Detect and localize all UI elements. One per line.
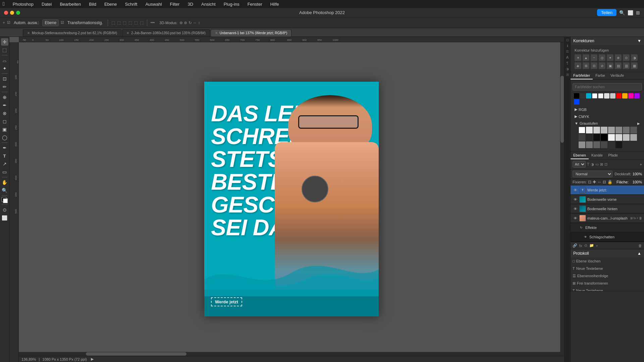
layer-bodenwelle-hinten[interactable]: 👁 Bodenwelle hinten bbox=[571, 204, 644, 214]
layer-filter-dropdown[interactable]: Art bbox=[573, 161, 586, 168]
protokoll-ebene-loeschen[interactable]: □ Ebene löschen bbox=[571, 257, 644, 265]
path-selection-tool[interactable]: ↗ bbox=[1, 160, 8, 168]
selective-icon[interactable]: ▦ bbox=[631, 62, 638, 69]
filter-adjust-icon[interactable]: ◑ bbox=[591, 162, 594, 167]
invert-icon[interactable]: ⊘ bbox=[599, 62, 605, 69]
hand-tool[interactable]: ✋ bbox=[1, 179, 8, 186]
clone-tool[interactable]: ⊗ bbox=[1, 110, 8, 117]
menu-3d[interactable]: 3D bbox=[186, 1, 195, 7]
minimize-button[interactable] bbox=[10, 11, 14, 15]
artwork-canvas[interactable]: DAS LEBEN SCHREIBT STETS DIE BESTEN GESC… bbox=[204, 82, 379, 316]
tab-close-icon[interactable]: ✕ bbox=[27, 31, 30, 35]
channelmixer-icon[interactable]: ⊞ bbox=[583, 62, 589, 69]
tab-farbfelder[interactable]: Farbfelder bbox=[571, 72, 593, 79]
history-icon[interactable]: ⊡ bbox=[566, 38, 569, 42]
tab-close-icon2[interactable]: ✕ bbox=[126, 31, 129, 35]
background-color[interactable] bbox=[3, 198, 8, 203]
layer-add-icon[interactable]: + bbox=[637, 217, 638, 220]
eyedropper-tool[interactable]: ✏ bbox=[1, 83, 8, 90]
link-layers-icon[interactable]: 🔗 bbox=[573, 243, 577, 248]
bw-icon[interactable]: ◑ bbox=[631, 54, 638, 61]
info-icon[interactable]: ℹ bbox=[567, 44, 568, 48]
brightness-icon[interactable]: ☀ bbox=[575, 54, 581, 61]
layer-visibility-toggle-1[interactable]: 👁 bbox=[573, 187, 578, 193]
gswatch-18[interactable] bbox=[586, 141, 593, 148]
swatch-pink[interactable] bbox=[628, 93, 634, 99]
para-icon[interactable]: ¶ bbox=[567, 61, 568, 65]
gswatch-8[interactable] bbox=[630, 127, 637, 133]
fix-artboard-icon[interactable]: ⊟ bbox=[603, 180, 606, 184]
layer-visibility-toggle-2[interactable]: 👁 bbox=[573, 197, 578, 202]
layer-werde-jetzt[interactable]: 👁 T Werde jetzt: bbox=[571, 185, 644, 195]
gswatch-6[interactable] bbox=[615, 127, 622, 133]
selection-tool[interactable]: ⬚ bbox=[1, 46, 8, 54]
protokoll-frei-transformieren[interactable]: ⊞ Frei transformieren bbox=[571, 280, 644, 287]
layers-icon[interactable]: ☰ bbox=[566, 50, 569, 53]
align-left-icon[interactable]: ⬚ bbox=[111, 20, 115, 25]
gradient-tool[interactable]: ▣ bbox=[1, 126, 8, 133]
add-style-icon[interactable]: fx bbox=[579, 244, 582, 248]
colorlookup-icon[interactable]: ⊟ bbox=[591, 62, 597, 69]
werde-jetzt-text[interactable]: Werde jetzt bbox=[211, 297, 242, 306]
swatch-red[interactable] bbox=[616, 93, 622, 99]
swatch-lightgray[interactable] bbox=[604, 93, 609, 99]
color-picker[interactable] bbox=[2, 197, 8, 203]
align-middle-icon[interactable]: ⬚ bbox=[134, 20, 138, 25]
posterize-icon[interactable]: ▣ bbox=[607, 62, 613, 69]
crop-tool[interactable]: ⊡ bbox=[1, 75, 8, 82]
gswatch-13[interactable] bbox=[608, 134, 615, 141]
lasso-tool[interactable]: ⌓ bbox=[1, 57, 8, 64]
protokoll-neue-textebene-2[interactable]: T Neue Textebene bbox=[571, 287, 644, 291]
transform-checkbox[interactable]: ☑ bbox=[61, 20, 64, 25]
gswatch-20[interactable] bbox=[601, 141, 607, 148]
gswatch-14[interactable] bbox=[615, 134, 622, 141]
menu-plugins[interactable]: Plug-ins bbox=[222, 1, 241, 7]
tab-kanaele[interactable]: Kanäle bbox=[589, 152, 605, 159]
auto-select-checkbox[interactable]: ☑ bbox=[7, 20, 10, 25]
tab-farbe[interactable]: Farbe bbox=[593, 72, 608, 79]
blend-mode-dropdown[interactable]: Normal bbox=[573, 171, 612, 177]
filter-smart-icon[interactable]: ⊠ bbox=[600, 162, 603, 167]
quick-mask-tool[interactable]: ⊙ bbox=[1, 206, 8, 214]
horizontal-scrollbar[interactable] bbox=[19, 352, 564, 356]
hue-icon[interactable]: ⊕ bbox=[615, 54, 622, 61]
layer-visibility-toggle-4[interactable]: 👁 bbox=[573, 216, 578, 221]
gswatch-1[interactable] bbox=[579, 127, 585, 133]
vscroll-thumb[interactable] bbox=[560, 76, 564, 143]
gswatch-11[interactable] bbox=[593, 134, 600, 141]
fix-transparent-icon[interactable]: ⊡ bbox=[588, 180, 591, 184]
gswatch-15[interactable] bbox=[623, 134, 630, 141]
frames-icon[interactable]: ⊞ bbox=[566, 73, 569, 76]
werde-jetzt-layer[interactable]: Werde jetzt bbox=[211, 297, 242, 306]
threshold-icon[interactable]: ▤ bbox=[615, 62, 622, 69]
filter-active-icon[interactable]: ● bbox=[640, 162, 642, 166]
menu-filter[interactable]: Filter bbox=[169, 1, 181, 7]
align-right-icon[interactable]: ⬚ bbox=[123, 20, 126, 25]
tab-mockup[interactable]: ✕ Mockup-Stellenausschreibung-2.psd bei … bbox=[23, 29, 121, 37]
gswatch-22[interactable] bbox=[615, 141, 622, 148]
graustufen-header[interactable]: ▼ Graustufen ▶ bbox=[575, 121, 640, 126]
protokoll-ebenenreihenfolge[interactable]: ☰ Ebenenreihenfolge bbox=[571, 272, 644, 280]
shape-tool[interactable]: ▭ bbox=[1, 168, 8, 176]
char-icon[interactable]: A bbox=[566, 55, 569, 59]
more-options-icon[interactable]: ••• bbox=[151, 20, 155, 25]
vibrance-icon[interactable]: ✦ bbox=[607, 54, 613, 61]
magic-wand-tool[interactable]: ✦ bbox=[1, 65, 8, 72]
panels-icon[interactable]: ⊞ bbox=[636, 10, 640, 15]
gswatch-12[interactable] bbox=[601, 134, 607, 141]
align-bottom-icon[interactable]: ⬚ bbox=[140, 20, 144, 25]
layer-visibility-toggle-shadow[interactable]: 👁 bbox=[583, 234, 588, 240]
gswatch-19[interactable] bbox=[593, 141, 600, 148]
menu-auswahl[interactable]: Auswahl bbox=[144, 1, 163, 7]
heal-tool[interactable]: ⊕ bbox=[1, 94, 8, 101]
move-tool[interactable]: ✛ bbox=[1, 38, 8, 46]
layer-visibility-toggle-3[interactable]: 👁 bbox=[573, 206, 578, 212]
menu-datei[interactable]: Datei bbox=[40, 1, 53, 7]
canvas-container[interactable]: DAS LEBEN SCHREIBT STETS DIE BESTEN GESC… bbox=[19, 42, 564, 356]
status-arrow[interactable]: ▶ bbox=[91, 357, 94, 361]
gswatch-5[interactable] bbox=[608, 127, 615, 133]
menu-hilfe[interactable]: Hilfe bbox=[269, 1, 280, 7]
new-layer-icon[interactable]: + bbox=[596, 244, 598, 248]
dodge-tool[interactable]: ◯ bbox=[1, 134, 8, 141]
gswatch-2[interactable] bbox=[586, 127, 593, 133]
